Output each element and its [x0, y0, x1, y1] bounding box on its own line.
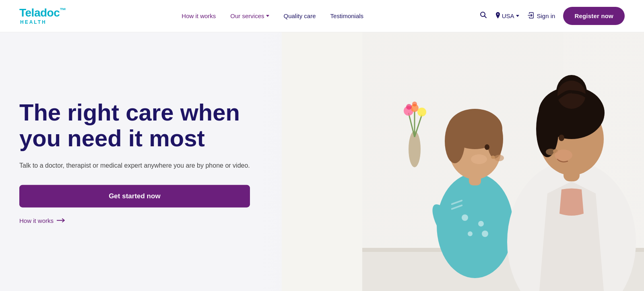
nav-links: How it works Our services Quality care T… [182, 12, 363, 19]
svg-point-31 [471, 154, 487, 164]
logo-text: Teladoc™ [19, 7, 66, 19]
svg-point-20 [482, 231, 488, 237]
how-it-works-label: How it works [19, 217, 54, 224]
svg-point-13 [417, 108, 426, 116]
nav-right-actions: USA Sign in Register now [479, 7, 625, 25]
how-it-works-link[interactable]: How it works [19, 217, 250, 224]
signin-icon [527, 12, 535, 21]
svg-point-19 [468, 231, 473, 236]
signin-button[interactable]: Sign in [527, 12, 555, 21]
nav-how-it-works[interactable]: How it works [182, 12, 216, 19]
svg-point-18 [478, 221, 484, 227]
location-label: USA [502, 12, 514, 19]
hero-title-line1: The right care when [19, 99, 240, 125]
svg-point-42 [494, 155, 504, 161]
logo[interactable]: Teladoc™ HEALTH [19, 7, 66, 24]
chevron-down-icon [266, 15, 269, 17]
svg-line-1 [484, 16, 486, 18]
logo-health-text: HEALTH [20, 20, 66, 25]
location-pin-icon [495, 12, 500, 20]
svg-rect-44 [282, 32, 362, 291]
hero-subtitle: Talk to a doctor, therapist or medical e… [19, 160, 250, 170]
hero-section: The right care when you need it most Tal… [0, 32, 644, 291]
location-chevron-icon [516, 15, 519, 17]
svg-point-41 [555, 150, 572, 161]
navbar: Teladoc™ HEALTH How it works Our service… [0, 0, 644, 32]
logo-trademark: ™ [60, 7, 66, 14]
signin-label: Sign in [537, 12, 555, 19]
hero-illustration [282, 32, 644, 291]
register-button[interactable]: Register now [563, 7, 625, 25]
svg-point-14 [406, 104, 412, 110]
hero-image [282, 32, 644, 291]
svg-point-43 [546, 149, 555, 155]
nav-our-services-label: Our services [230, 12, 264, 19]
svg-point-27 [445, 119, 465, 163]
nav-quality-care[interactable]: Quality care [284, 12, 316, 19]
svg-point-39 [559, 135, 564, 141]
location-selector[interactable]: USA [495, 12, 519, 20]
arrow-right-icon [57, 218, 66, 223]
svg-point-15 [412, 102, 417, 106]
svg-point-28 [487, 120, 503, 158]
logo-teladoc-text: Teladoc [19, 7, 60, 19]
search-icon[interactable] [479, 11, 487, 21]
hero-cta-group: Get started now How it works [19, 185, 250, 224]
svg-point-17 [462, 214, 468, 221]
get-started-button[interactable]: Get started now [19, 185, 250, 207]
hero-title-line2: you need it most [19, 125, 205, 151]
nav-testimonials[interactable]: Testimonials [330, 12, 364, 19]
hero-title: The right care when you need it most [19, 100, 250, 151]
nav-our-services[interactable]: Our services [230, 12, 269, 19]
svg-point-29 [485, 144, 489, 150]
hero-content: The right care when you need it most Tal… [19, 100, 250, 224]
